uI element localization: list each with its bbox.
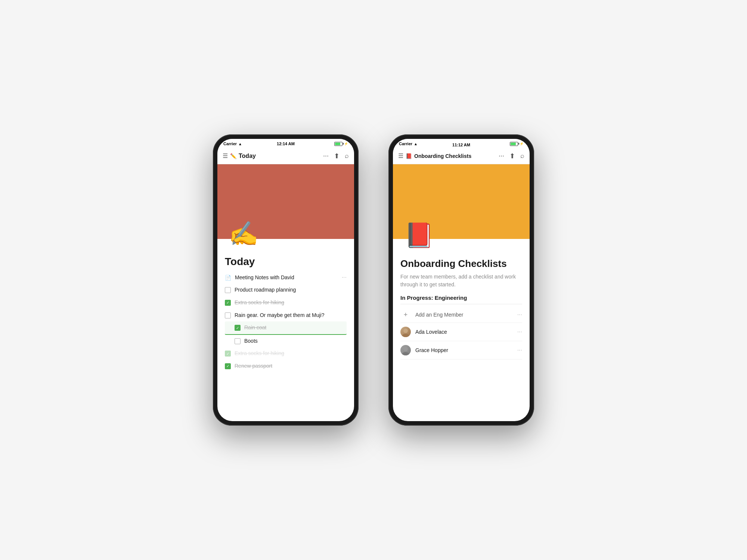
nav-bar-2: ☰ 📕 Onboarding Checklists ··· ⬆ ⌕ [393,148,530,164]
status-left-2: Carrier ▲ [399,141,418,146]
checkbox-checked: ✓ [225,351,231,357]
battery-body-2 [510,142,518,146]
svg-point-3 [402,352,409,355]
page-title-1: Today [225,256,347,268]
battery-fill-2 [511,143,516,145]
wifi-icon-1: ▲ [238,142,242,146]
item-text-strikethrough: Renew passport [235,363,347,370]
carrier-1: Carrier [223,141,237,146]
nav-emoji-1: ✏️ [230,153,236,159]
hero-banner-1: ✍️ [217,164,354,239]
page-content-2: Onboarding Checklists For new team membe… [393,239,530,365]
share-icon-2[interactable]: ⬆ [509,152,515,160]
nav-right-1: ··· ⬆ ⌕ [323,152,349,160]
doc-icon: 📄 [225,275,231,281]
add-icon: + [400,311,411,319]
bolt-icon-2: ⚡ [520,142,524,146]
carrier-2: Carrier [399,141,412,146]
item-text: Meeting Notes with David [235,274,338,281]
section-header: In Progress: Engineering [400,295,522,304]
svg-point-0 [403,329,408,333]
more-icon-2[interactable]: ··· [499,152,504,160]
more-icon-add[interactable]: ··· [517,311,522,318]
phone-1-screen: Carrier ▲ 12:14 AM ⚡ ☰ ✏️ [217,139,354,421]
item-text-strikethrough: Extra socks for hiking [235,299,347,307]
menu-icon-2[interactable]: ☰ [398,152,403,159]
svg-point-1 [402,334,409,337]
checkbox-unchecked[interactable] [235,338,241,344]
list-item[interactable]: Product roadmap planning [225,284,347,296]
battery-body-1 [334,142,342,146]
time-2: 11:12 AM [452,143,470,147]
bolt-icon-1: ⚡ [344,142,348,146]
nav-left-2: ☰ 📕 Onboarding Checklists [398,152,471,159]
list-item: ✓ Extra socks for hiking [225,347,347,360]
checkbox-unchecked[interactable] [225,312,231,318]
list-item[interactable]: ✓ Extra socks for hiking [225,296,347,309]
avatar [400,327,411,337]
nav-emoji-2: 📕 [406,153,412,159]
page-content-1: Today 📄 Meeting Notes with David ··· Pro… [217,239,354,378]
search-icon-1[interactable]: ⌕ [345,152,349,160]
hero-banner-2: 📕 [393,164,530,239]
menu-icon-1[interactable]: ☰ [223,152,228,159]
list-item[interactable]: Rain gear. Or maybe get them at Muji? [225,309,347,322]
page-title-2: Onboarding Checklists [400,258,522,269]
more-icon[interactable]: ··· [342,274,347,281]
add-member-label: Add an Eng Member [415,312,513,318]
scene: Carrier ▲ 12:14 AM ⚡ ☰ ✏️ [0,0,747,560]
list-item[interactable]: ✓ Rain coat [225,321,347,335]
member-name: Ada Lovelace [415,329,513,335]
checkbox-unchecked[interactable] [225,287,231,293]
checkbox-checked[interactable]: ✓ [235,325,241,331]
list-item[interactable]: Boots [225,335,347,348]
phone-2-screen: Carrier ▲ 11:12 AM ⚡ ☰ 📕 [393,139,530,421]
nav-right-2: ··· ⬆ ⌕ [499,152,524,160]
share-icon-1[interactable]: ⬆ [334,152,340,160]
status-left-1: Carrier ▲ [223,141,242,146]
checkbox-checked[interactable]: ✓ [225,363,231,369]
time-1: 12:14 AM [277,141,295,146]
item-text: Rain gear. Or maybe get them at Muji? [235,312,347,319]
list-item: 📄 Meeting Notes with David ··· [225,271,347,284]
battery-1: ⚡ [334,142,348,146]
checklist-1: 📄 Meeting Notes with David ··· Product r… [225,271,347,373]
hero-emoji-1: ✍️ [229,220,258,248]
avatar [400,345,411,355]
more-icon-grace[interactable]: ··· [517,347,522,354]
item-text-strikethrough: Extra socks for hiking [235,350,347,357]
checkbox-checked[interactable]: ✓ [225,300,231,306]
item-text: Boots [244,337,347,345]
list-item[interactable]: Grace Hopper ··· [400,341,522,360]
status-bar-2: Carrier ▲ 11:12 AM ⚡ [393,139,530,148]
item-text: Product roadmap planning [235,286,347,294]
wifi-icon-2: ▲ [414,142,418,146]
list-item[interactable]: Ada Lovelace ··· [400,323,522,341]
phone-1: Carrier ▲ 12:14 AM ⚡ ☰ ✏️ [213,134,359,426]
nav-title-2: Onboarding Checklists [414,153,471,159]
search-icon-2[interactable]: ⌕ [520,152,524,160]
more-icon-ada[interactable]: ··· [517,329,522,335]
nav-bar-1: ☰ ✏️ Today ··· ⬆ ⌕ [217,148,354,164]
battery-fill-1 [335,143,340,145]
member-name: Grace Hopper [415,347,513,353]
nav-left-1: ☰ ✏️ Today [223,152,256,159]
status-right-2: ⚡ [510,142,524,146]
status-bar-1: Carrier ▲ 12:14 AM ⚡ [217,139,354,148]
page-description: For new team members, add a checklist an… [400,273,522,289]
item-text-strikethrough: Rain coat [244,324,347,332]
more-icon-1[interactable]: ··· [323,152,329,160]
battery-2: ⚡ [510,142,524,146]
nav-title-1: Today [239,153,256,159]
status-right-1: ⚡ [334,142,348,146]
add-member-button[interactable]: + Add an Eng Member ··· [400,307,522,323]
svg-point-2 [403,347,408,351]
hero-book-emoji: 📕 [404,221,434,249]
phone-2: Carrier ▲ 11:12 AM ⚡ ☰ 📕 [388,134,534,426]
list-item[interactable]: ✓ Renew passport [225,360,347,373]
